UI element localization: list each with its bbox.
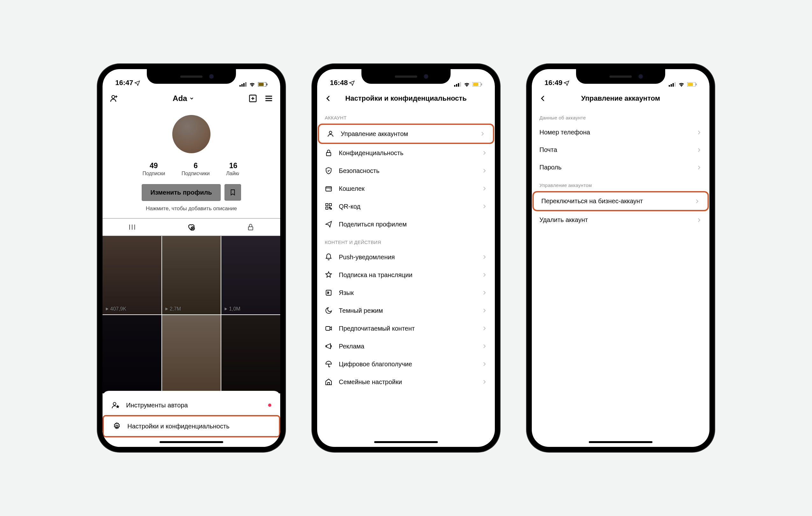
avatar[interactable] xyxy=(172,115,210,153)
person-star-icon xyxy=(112,401,120,409)
battery-icon xyxy=(258,82,267,87)
time: 16:48 xyxy=(330,79,348,87)
gear-icon xyxy=(113,422,121,430)
row-ads[interactable]: Реклама xyxy=(317,337,495,355)
play-icon xyxy=(105,307,109,311)
signal-icon xyxy=(239,82,246,87)
location-icon xyxy=(135,80,140,86)
row-phone[interactable]: Номер телефона xyxy=(532,123,709,141)
chevron-right-icon xyxy=(694,198,700,204)
video-tile[interactable]: 2,7M xyxy=(162,236,221,314)
svg-rect-18 xyxy=(473,83,478,86)
row-email[interactable]: Почта xyxy=(532,141,709,159)
battery-icon xyxy=(687,82,697,87)
section-account-data: Данные об аккаунте xyxy=(532,109,709,123)
svg-rect-22 xyxy=(326,187,331,191)
following-stat[interactable]: 49Подписки xyxy=(134,162,173,176)
chevron-right-icon xyxy=(482,168,487,174)
home-indicator[interactable] xyxy=(160,441,223,443)
bookmark-icon xyxy=(229,189,236,196)
row-switch-business[interactable]: Переключиться на бизнес-аккаунт xyxy=(532,191,709,211)
arrow-annotation xyxy=(232,133,267,184)
phone-mockup-3: 16:49 Управление аккаунтом Данные об акк… xyxy=(527,64,715,452)
video-tile[interactable]: 407,9K xyxy=(103,236,162,314)
svg-rect-3 xyxy=(245,82,246,87)
row-privacy[interactable]: Конфиденциальность xyxy=(317,144,495,162)
username-dropdown[interactable]: Ada xyxy=(173,94,194,103)
location-icon xyxy=(349,80,355,86)
row-share[interactable]: Поделиться профилем xyxy=(317,215,495,233)
add-person-icon[interactable] xyxy=(110,94,118,103)
hamburger-menu-icon[interactable] xyxy=(264,94,273,103)
row-qr[interactable]: QR-код xyxy=(317,198,495,215)
tab-private[interactable] xyxy=(221,219,280,236)
svg-rect-25 xyxy=(326,207,328,209)
video-tile[interactable] xyxy=(162,315,221,393)
moon-icon xyxy=(325,307,332,314)
svg-rect-10 xyxy=(249,227,253,230)
edit-profile-button[interactable]: Изменить профиль xyxy=(142,184,220,201)
svg-rect-34 xyxy=(696,83,697,85)
svg-rect-4 xyxy=(258,82,266,87)
heart-lock-icon xyxy=(187,223,196,231)
chevron-down-icon xyxy=(189,96,194,101)
settings-privacy-item[interactable]: Настройки и конфиденциальность xyxy=(103,415,280,437)
camera-icon[interactable] xyxy=(249,94,257,103)
notification-dot xyxy=(268,404,271,407)
video-tile[interactable]: 1,0M xyxy=(221,236,280,314)
row-push[interactable]: Push-уведомления xyxy=(317,248,495,266)
profile-topbar: Ada xyxy=(103,88,280,109)
svg-rect-15 xyxy=(458,83,459,87)
wifi-icon xyxy=(678,82,685,87)
home-indicator[interactable] xyxy=(374,441,438,443)
row-password[interactable]: Пароль xyxy=(532,159,709,176)
tab-feed[interactable] xyxy=(103,219,162,236)
video-icon xyxy=(325,324,332,332)
bio-text[interactable]: Нажмите, чтобы добавить описание xyxy=(103,205,280,212)
row-wallet[interactable]: Кошелек xyxy=(317,180,495,198)
row-dark-mode[interactable]: Темный режим xyxy=(317,302,495,319)
qr-icon xyxy=(325,203,332,210)
row-live-sub[interactable]: Подписка на трансляции xyxy=(317,266,495,284)
svg-rect-19 xyxy=(481,83,482,85)
svg-rect-14 xyxy=(456,84,457,87)
chevron-right-icon xyxy=(482,361,487,367)
chevron-right-icon xyxy=(696,165,702,170)
video-tile[interactable] xyxy=(103,315,162,393)
chevron-right-icon xyxy=(482,308,487,313)
wallet-icon xyxy=(325,185,332,192)
svg-point-7 xyxy=(112,95,115,98)
chevron-right-icon xyxy=(482,379,487,385)
video-tile[interactable] xyxy=(221,315,280,393)
row-content-pref[interactable]: Предпочитаемый контент xyxy=(317,319,495,337)
tab-liked[interactable] xyxy=(162,219,221,236)
svg-point-11 xyxy=(113,402,116,405)
phone-mockup-2: 16:48 Настройки и конфиденциальность АКК… xyxy=(312,64,500,452)
svg-rect-16 xyxy=(460,82,461,87)
svg-rect-2 xyxy=(243,83,244,87)
home-indicator[interactable] xyxy=(589,441,652,443)
wifi-icon xyxy=(464,82,470,87)
row-security[interactable]: Безопасность xyxy=(317,162,495,180)
bookmark-button[interactable] xyxy=(225,184,241,201)
back-button[interactable] xyxy=(539,94,547,103)
home-icon xyxy=(325,378,332,386)
play-icon xyxy=(165,307,169,311)
chevron-right-icon xyxy=(482,254,487,260)
video-grid: 407,9K 2,7M 1,0M xyxy=(103,236,280,393)
stats-row: 49Подписки 6Подписчики 16Лайки xyxy=(103,162,280,176)
back-button[interactable] xyxy=(324,94,332,103)
page-header: Настройки и конфиденциальность xyxy=(317,88,495,109)
megaphone-icon xyxy=(325,342,332,350)
svg-rect-21 xyxy=(326,152,331,156)
svg-rect-23 xyxy=(326,204,328,206)
likes-stat[interactable]: 16Лайки xyxy=(218,162,249,176)
row-delete-account[interactable]: Удалить аккаунт xyxy=(532,211,709,229)
language-icon xyxy=(325,289,332,296)
row-family[interactable]: Семейные настройки xyxy=(317,373,495,391)
followers-stat[interactable]: 6Подписчики xyxy=(173,162,218,176)
row-manage-account[interactable]: Управление аккаунтом xyxy=(318,123,494,144)
row-language[interactable]: Язык xyxy=(317,284,495,302)
row-wellbeing[interactable]: Цифровое благополучие xyxy=(317,355,495,373)
creator-tools-item[interactable]: Инструменты автора xyxy=(103,395,280,415)
